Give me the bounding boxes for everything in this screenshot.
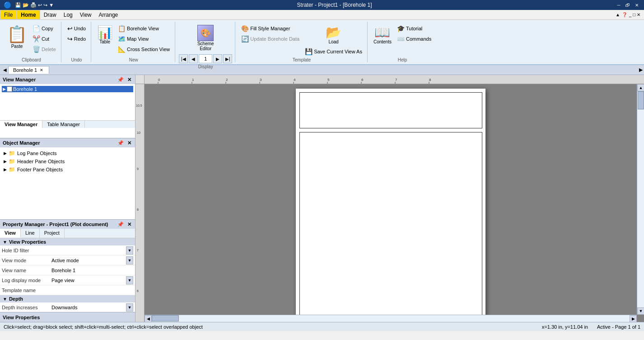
tutorial-button[interactable]: 🎓 Tutorial — [395, 24, 434, 33]
h-scroll-thumb[interactable] — [152, 315, 179, 321]
horizontal-scrollbar[interactable]: ◀ ▶ — [145, 315, 637, 322]
new-label: New — [129, 57, 138, 62]
ribbon-extra-buttons[interactable]: _ □ ✕ — [629, 12, 640, 17]
hole-id-dropdown[interactable]: ▼ — [126, 246, 133, 255]
ribbon-group-display: 🎨 SchemeEditor |◀ ◀ ▶ ▶| Display — [176, 22, 235, 62]
scroll-right-button[interactable]: ▶ — [630, 315, 637, 322]
load-icon: 📂 — [327, 25, 341, 39]
scroll-down-button[interactable]: ▼ — [637, 307, 644, 315]
save-current-view-button[interactable]: 💾 Save Current View As — [303, 47, 364, 57]
fill-style-manager-button[interactable]: 🎨 Fill Style Manager — [239, 24, 302, 33]
view-tree-item-borehole1[interactable]: ▶ ✓ Borehole 1 — [2, 86, 133, 92]
nav-controls: |◀ ◀ ▶ ▶| — [179, 54, 232, 63]
hole-id-input[interactable] — [51, 246, 125, 255]
status-bar: Click=select; drag=block select; shift+c… — [0, 322, 644, 331]
borehole-view-button[interactable]: 📋 Borehole View — [116, 24, 172, 33]
hole-id-label: Hole ID filter — [0, 248, 50, 253]
view-manager-close-button[interactable]: ✕ — [126, 77, 132, 83]
scroll-up-button[interactable]: ▲ — [637, 84, 644, 91]
menu-log[interactable]: Log — [60, 10, 76, 19]
template-name-label: Template name — [0, 288, 50, 293]
menu-arrange[interactable]: Arrange — [95, 10, 122, 19]
tree-checkbox[interactable]: ✓ — [7, 86, 12, 92]
obj-expand-icon: ▶ — [4, 151, 7, 156]
copy-button[interactable]: 📄 Copy — [30, 24, 58, 33]
ribbon-minimize-button[interactable]: ▲ — [616, 12, 620, 17]
ribbon-group-new: 📊 Table 📋 Borehole View 🗺️ Map View 📐 Cr… — [92, 22, 175, 62]
copy-icon: 📄 — [33, 25, 40, 32]
contents-button[interactable]: 📖 Contents — [371, 24, 394, 46]
commands-button[interactable]: ⌨️ Commands — [395, 34, 434, 44]
display-label: Display — [198, 63, 213, 69]
view-manager-tabs: View Manager Table Manager — [0, 120, 135, 128]
fill-style-label: Fill Style Manager — [250, 26, 290, 31]
property-tabs: View Line Project — [0, 229, 135, 238]
view-mode-dropdown[interactable]: ▼ — [126, 256, 133, 264]
nav-page-input[interactable] — [199, 54, 212, 63]
template-name-input[interactable] — [51, 286, 133, 294]
view-tree: ▶ ✓ Borehole 1 — [0, 84, 135, 120]
tab-view-manager[interactable]: View Manager — [0, 121, 42, 128]
menu-draw[interactable]: Draw — [40, 10, 60, 19]
undo-button[interactable]: ↩ Undo — [65, 24, 88, 33]
commands-icon: ⌨️ — [397, 35, 405, 42]
prop-manager-close-button[interactable]: ✕ — [126, 222, 132, 227]
tab-more-button[interactable]: ▶ — [638, 65, 644, 75]
quick-access-toolbar[interactable]: 💾 📂 🖨️ ↩ ↪ ▼ — [15, 2, 54, 8]
tab-table-manager[interactable]: Table Manager — [42, 121, 85, 128]
close-button[interactable]: ✕ — [633, 1, 640, 9]
tab-left-arrow[interactable]: ◀ — [2, 65, 8, 75]
h-scroll-track[interactable] — [152, 315, 630, 322]
tutorial-icon: 🎓 — [397, 25, 405, 32]
borehole-1-tab[interactable]: Borehole 1 ✕ — [8, 66, 49, 74]
menu-view[interactable]: View — [76, 10, 95, 19]
menu-home[interactable]: Home — [17, 10, 40, 19]
restore-button[interactable]: 🗗 — [624, 1, 631, 9]
prop-tab-line[interactable]: Line — [21, 229, 40, 238]
object-manager-close-button[interactable]: ✕ — [126, 140, 132, 146]
scroll-left-button[interactable]: ◀ — [145, 315, 152, 322]
menu-file[interactable]: File — [0, 10, 17, 19]
paste-button[interactable]: 📋 Paste — [5, 24, 29, 50]
status-right: x=1.30 in, y=11.04 in Active - Page 1 of… — [542, 324, 640, 330]
v-scroll-track[interactable] — [637, 91, 644, 307]
obj-header-pane[interactable]: ▶ 📁 Header Pane Objects — [2, 157, 133, 165]
contents-icon: 📖 — [375, 25, 390, 39]
minimize-button[interactable]: ─ — [615, 1, 622, 9]
log-display-dropdown[interactable]: ▼ — [126, 276, 133, 284]
depth-section[interactable]: ▼ Depth — [0, 295, 135, 302]
prop-tab-view[interactable]: View — [0, 229, 21, 238]
obj-expand-icon-2: ▶ — [4, 159, 7, 164]
prop-manager-pin-button[interactable]: 📌 — [117, 222, 125, 227]
update-borehole-button[interactable]: 🔄 Update Borehole Data — [239, 34, 302, 44]
obj-log-pane[interactable]: ▶ 📁 Log Pane Objects — [2, 149, 133, 157]
nav-last-button[interactable]: ▶| — [223, 54, 232, 63]
scheme-editor-button[interactable]: 🎨 SchemeEditor — [194, 24, 217, 52]
paste-icon: 📋 — [7, 25, 27, 44]
cut-button[interactable]: ✂️ Cut — [30, 34, 58, 44]
cross-section-view-button[interactable]: 📐 Cross Section View — [116, 44, 172, 54]
obj-footer-pane[interactable]: ▶ 📁 Footer Pane Objects — [2, 165, 133, 174]
map-view-button[interactable]: 🗺️ Map View — [116, 34, 172, 44]
help-button[interactable]: ❓ — [622, 12, 627, 17]
delete-button[interactable]: 🗑️ Delete — [30, 44, 58, 54]
vertical-scrollbar[interactable]: ▲ ▼ — [637, 84, 644, 315]
canvas-area[interactable]: 0 1 2 3 4 5 6 7 8 — [135, 75, 644, 322]
depth-increases-dropdown[interactable]: ▼ — [126, 303, 133, 312]
object-manager-pin-button[interactable]: 📌 — [117, 140, 125, 146]
view-properties-section[interactable]: ▼ View Properties — [0, 238, 135, 246]
nav-first-button[interactable]: |◀ — [179, 54, 188, 63]
nav-prev-button[interactable]: ◀ — [189, 54, 198, 63]
redo-button[interactable]: ↪ Redo — [65, 34, 88, 44]
tab-close-button[interactable]: ✕ — [39, 67, 44, 73]
v-scroll-thumb[interactable] — [638, 91, 644, 109]
map-view-icon: 🗺️ — [118, 35, 126, 42]
view-manager-pin-button[interactable]: 📌 — [117, 77, 125, 83]
nav-next-button[interactable]: ▶ — [213, 54, 222, 63]
hole-id-value: ▼ — [50, 246, 135, 255]
canvas-scroll[interactable] — [145, 84, 637, 315]
cut-label: Cut — [42, 36, 49, 42]
prop-tab-project[interactable]: Project — [40, 229, 65, 238]
table-button[interactable]: 📊 Table — [95, 24, 115, 46]
load-button[interactable]: 📂 Load — [303, 24, 364, 46]
